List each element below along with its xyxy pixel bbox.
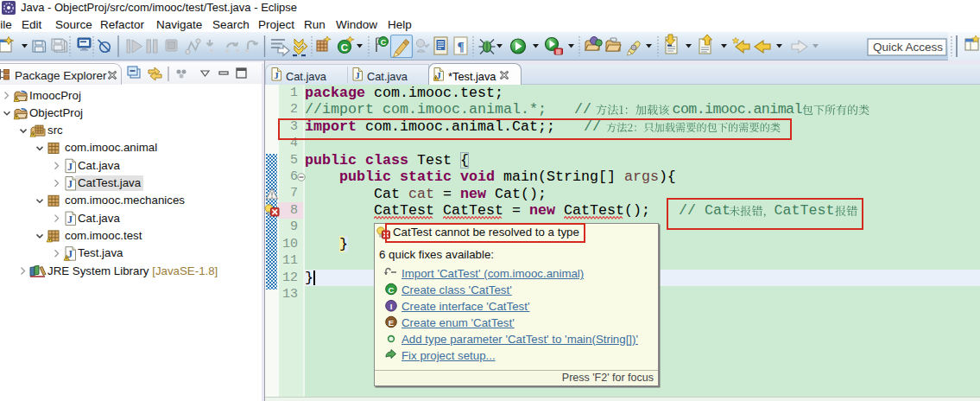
svg-text:J: J (67, 161, 73, 173)
svg-text:I: I (390, 302, 393, 311)
svg-text:Quick Access: Quick Access (873, 41, 943, 54)
svg-text:J: J (274, 70, 279, 80)
svg-text:C: C (381, 38, 387, 47)
svg-text:E: E (389, 318, 394, 328)
svg-text:C: C (341, 42, 348, 53)
svg-text:J: J (355, 70, 360, 80)
svg-text:¶: ¶ (457, 40, 464, 54)
svg-text:J: J (67, 178, 73, 190)
svg-text:J: J (67, 213, 73, 226)
svg-text:C: C (389, 285, 395, 295)
